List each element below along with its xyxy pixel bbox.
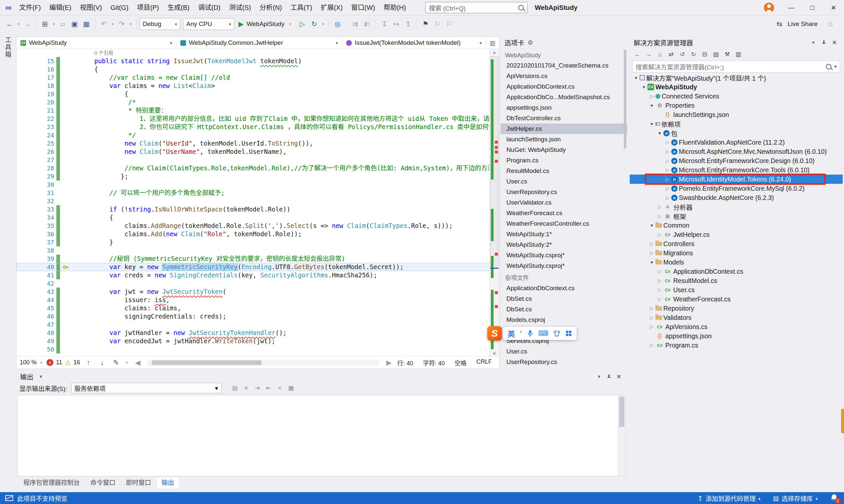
tree-item[interactable]: ▷A分析器 bbox=[630, 202, 843, 212]
navigate-back-dropdown-icon[interactable]: ▾ bbox=[16, 18, 21, 30]
expander-icon[interactable]: ▾ bbox=[648, 223, 655, 228]
code-line-25[interactable]: 25 new Claim("UserId", tokenModel.UserId… bbox=[16, 139, 489, 148]
doc-tab[interactable]: Models.csproj bbox=[500, 314, 627, 325]
code-line-22[interactable]: 22 1、这里将用户的部分信息，比如 uid 存到了Claim 中，如果你想知道… bbox=[16, 115, 489, 123]
clear-all-icon[interactable]: × bbox=[275, 383, 285, 393]
search-options-icon[interactable]: ▾ bbox=[834, 64, 837, 70]
code-line-44[interactable]: 44 issuer: iss, bbox=[16, 296, 489, 304]
code-line-41[interactable]: 41 var creds = new SigningCredentials(ke… bbox=[16, 271, 489, 280]
menu-item-11[interactable]: 窗口(W) bbox=[347, 0, 379, 15]
doc-tab[interactable]: WeatherForecast.cs bbox=[500, 208, 627, 218]
code-cleanup-icon[interactable]: ✎ bbox=[110, 357, 122, 368]
code-line-35[interactable]: 35 claims.AddRange(tokenModel.Role.Split… bbox=[16, 222, 489, 230]
redo-dropdown-icon[interactable]: ▾ bbox=[128, 18, 133, 30]
forward-icon[interactable]: → bbox=[643, 49, 654, 59]
expander-icon[interactable]: ▾ bbox=[632, 75, 640, 80]
zoom-control[interactable]: 100 % ▾ bbox=[20, 357, 44, 368]
next-bookmark-icon[interactable]: ⚐ bbox=[444, 18, 455, 30]
tree-item[interactable]: {}appsettings.json bbox=[630, 331, 843, 341]
code-line-38[interactable]: 38 bbox=[16, 247, 489, 255]
keyboard-icon[interactable]: ⌨ bbox=[538, 329, 548, 337]
add-to-source-control-button[interactable]: ↥ 添加到源代码管理 ▴ bbox=[697, 494, 760, 503]
doc-tab[interactable]: JwtHelper.cs bbox=[500, 124, 627, 134]
code-line-39[interactable]: 39 //秘钥 (SymmetricSecurityKey 对安全性的要求，密钥… bbox=[16, 255, 489, 263]
doc-tab[interactable]: UserValidator.cs bbox=[500, 197, 627, 208]
code-line-45[interactable]: 45 claims: claims, bbox=[16, 304, 489, 312]
tool-window-tab-2[interactable]: 即时窗口 bbox=[121, 478, 156, 488]
doc-tab[interactable]: ApplicationDbContext.cs bbox=[500, 82, 627, 92]
code-line-37[interactable]: 37 } bbox=[16, 238, 489, 247]
close-icon[interactable]: × bbox=[615, 372, 623, 381]
bookmark-icon[interactable]: ⚑ bbox=[420, 18, 431, 30]
code-line-29[interactable]: 29 }; bbox=[16, 172, 489, 181]
menu-item-12[interactable]: 帮助(H) bbox=[379, 0, 411, 15]
menu-item-1[interactable]: 编辑(E) bbox=[45, 0, 76, 15]
expander-icon[interactable]: ▷ bbox=[656, 232, 663, 237]
doc-tab[interactable]: DbTestController.cs bbox=[500, 113, 627, 124]
expander-icon[interactable]: ▷ bbox=[664, 186, 671, 191]
doc-tab[interactable]: ApplicationDbContext.cs bbox=[500, 283, 627, 293]
menu-item-0[interactable]: 文件(F) bbox=[15, 0, 45, 15]
doc-tab[interactable]: NuGet: WebApiStudy bbox=[500, 145, 627, 155]
doc-tab[interactable]: DbSet.cs bbox=[500, 304, 627, 314]
tool-window-tab-1[interactable]: 命令窗口 bbox=[86, 478, 120, 488]
tree-item[interactable]: ▷Repository bbox=[630, 304, 843, 313]
output-source-select[interactable]: 服务依赖项 ▾ bbox=[71, 383, 222, 393]
doc-tab[interactable]: launchSettings.json bbox=[500, 134, 627, 145]
minimize-button[interactable]: — bbox=[781, 0, 802, 15]
code-line-50[interactable]: 50 bbox=[16, 345, 489, 354]
expander-icon[interactable]: ▾ bbox=[656, 130, 663, 136]
tree-item[interactable]: ▷C#Program.cs bbox=[630, 341, 843, 350]
go-to-next-message-icon[interactable]: ⇥ bbox=[253, 383, 262, 393]
expander-icon[interactable]: ▷ bbox=[648, 306, 655, 311]
tree-item[interactable]: ▷nMicrosoft.IdentityModel.Tokens (6.24.0… bbox=[630, 175, 843, 184]
menu-item-7[interactable]: 测试(S) bbox=[225, 0, 256, 15]
code-line-16[interactable]: 16{ bbox=[16, 65, 489, 73]
tree-item[interactable]: ▷▦框架 bbox=[630, 212, 843, 221]
tree-item[interactable]: ▷Migrations bbox=[630, 248, 843, 257]
code-line-40[interactable]: 40 var key = new SymmetricSecurityKey(En… bbox=[16, 263, 489, 271]
tree-item[interactable]: ▷C#ApplicationDbContext.cs bbox=[630, 267, 843, 276]
edge-scrollbar-thumb[interactable] bbox=[841, 409, 844, 433]
expander-icon[interactable]: ▷ bbox=[648, 241, 655, 247]
output-menu-icon[interactable]: ▾ bbox=[37, 374, 45, 379]
collapse-all-icon[interactable]: ⊟ bbox=[700, 49, 710, 59]
quick-action-key-icon[interactable] bbox=[63, 264, 69, 270]
expander-icon[interactable]: ▷ bbox=[656, 214, 663, 219]
tree-item[interactable]: ▾⚙Properties bbox=[630, 101, 843, 110]
warning-count[interactable]: 16 bbox=[73, 359, 80, 366]
code-cleanup-dropdown-icon[interactable]: ▾ bbox=[124, 357, 130, 368]
code-line-27[interactable]: 27 bbox=[16, 156, 489, 164]
tree-item[interactable]: ▾Models bbox=[630, 257, 843, 267]
code-line-28[interactable]: 28 //new Claim(ClaimTypes.Role,tokenMode… bbox=[16, 164, 489, 172]
next-issue-icon[interactable]: ↓ bbox=[97, 357, 108, 368]
expander-icon[interactable]: ▷ bbox=[664, 195, 671, 200]
scroll-up-icon[interactable]: ▲ bbox=[489, 50, 499, 55]
doc-tab[interactable]: UserRepository.cs bbox=[500, 187, 627, 197]
tool-window-tab-3[interactable]: 输出 bbox=[157, 478, 179, 488]
code-line-43[interactable]: 43 var jwt = new JwtSecurityToken( bbox=[16, 288, 489, 296]
menu-item-4[interactable]: 项目(P) bbox=[133, 0, 163, 15]
tree-item[interactable]: ▷nFluentValidation.AspNetCore (11.2.2) bbox=[630, 138, 843, 147]
code-line-23[interactable]: 23 2、你也可以研究下 HttpContext.User.Claims ，具体… bbox=[16, 123, 489, 131]
start-without-debugging-icon[interactable]: ▷ bbox=[297, 18, 308, 30]
error-count[interactable]: 11 bbox=[56, 359, 62, 366]
tree-item[interactable]: ▷C#WeatherForecast.cs bbox=[630, 294, 843, 304]
step-into-icon[interactable]: ↧ bbox=[379, 18, 390, 30]
undo-dropdown-icon[interactable]: ▾ bbox=[110, 18, 115, 30]
feedback-icon[interactable]: ☺ bbox=[825, 18, 836, 30]
tree-item[interactable]: ▷nMicrosoft.EntityFrameworkCore.Tools (6… bbox=[630, 165, 843, 175]
close-icon[interactable]: × bbox=[830, 38, 839, 47]
doc-tab[interactable]: Program.cs bbox=[500, 155, 627, 166]
code-line-21[interactable]: 21 * 特别重要： bbox=[16, 106, 489, 115]
pin-icon[interactable] bbox=[607, 374, 611, 379]
tree-item[interactable]: {}launchSettings.json bbox=[630, 110, 843, 119]
configuration-select[interactable]: Debug ▾ bbox=[139, 18, 180, 30]
tree-item[interactable]: ▷C#JwtHelper.cs bbox=[630, 230, 843, 239]
navigate-back-icon[interactable]: ← bbox=[4, 18, 15, 30]
tabs-scrollbar-thumb[interactable] bbox=[624, 50, 626, 148]
scroll-down-icon[interactable]: ▼ bbox=[489, 351, 499, 356]
tree-item[interactable]: ▷Validators bbox=[630, 313, 843, 322]
tree-item[interactable]: ▷C#ApiVersions.cs bbox=[630, 322, 843, 331]
doc-tab[interactable]: User.cs bbox=[500, 346, 627, 357]
